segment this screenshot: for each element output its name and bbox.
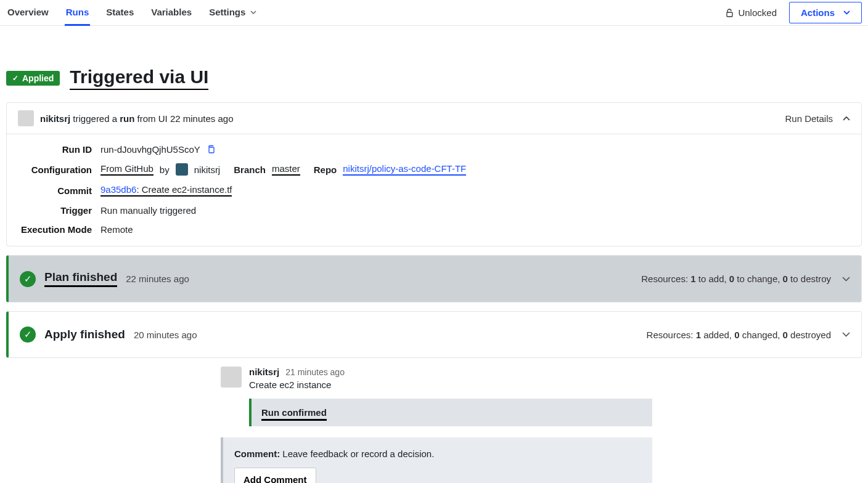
lock-status-text: Unlocked [738,7,777,18]
tab-states[interactable]: States [105,1,135,26]
run-confirmed-banner: Run confirmed [249,399,652,426]
run-details-label: Run Details [785,113,833,124]
comment-row: nikitsrj 21 minutes ago Create ec2 insta… [221,367,652,426]
title-row: ✓ Applied Triggered via UI [6,32,862,102]
apply-resources: Resources: 1 added, 0 changed, 0 destroy… [647,330,831,340]
execution-mode-value: Remote [100,224,133,235]
branch-label: Branch [234,164,266,175]
copy-icon[interactable] [207,145,216,154]
trigger-user: nikitsrj [40,113,70,124]
apply-stage-left: ✓ Apply finished 20 minutes ago [20,327,197,343]
chevron-up-icon [843,116,850,121]
run-details-toggle[interactable]: Run Details [785,113,850,124]
page: ✓ Applied Triggered via UI nikitsrj trig… [0,26,868,483]
run-confirmed-text: Run confirmed [261,407,327,421]
config-user: nikitsrj [194,164,221,175]
avatar [18,110,34,126]
kv-configuration: Configuration From GitHub by nikitsrj Br… [18,163,850,176]
chevron-down-icon[interactable] [842,332,850,337]
trigger-panel-head: nikitsrj triggered a run from UI 22 minu… [7,103,861,134]
kv-run-id: Run ID run-dJouvhgQjhU5ScoY [18,144,850,155]
chevron-down-icon [250,10,256,14]
trigger-panel: nikitsrj triggered a run from UI 22 minu… [6,102,862,246]
comment-user: nikitsrj [249,367,279,377]
tabs: Overview Runs States Variables Settings [6,0,258,25]
svg-rect-1 [209,147,214,153]
tab-settings[interactable]: Settings [208,1,258,26]
run-id-label: Run ID [18,144,92,155]
comment-box-label: Comment: Leave feedback or record a deci… [234,448,641,459]
config-by: by [160,164,170,175]
check-icon: ✓ [12,74,18,83]
run-id-value: run-dJouvhgQjhU5ScoY [100,144,200,155]
svg-rect-0 [727,12,732,17]
chevron-down-icon [843,10,850,15]
actions-label: Actions [801,7,835,18]
tab-runs[interactable]: Runs [65,1,91,26]
check-circle-icon: ✓ [20,271,36,287]
tab-variables[interactable]: Variables [150,1,193,26]
branch-value: master [272,163,300,176]
apply-stage[interactable]: ✓ Apply finished 20 minutes ago Resource… [6,311,862,358]
config-from: From GitHub [100,163,154,176]
comment-body: nikitsrj 21 minutes ago Create ec2 insta… [249,367,652,426]
avatar [221,367,242,388]
topbar-right: Unlocked Actions [725,2,862,23]
repo-label: Repo [314,164,337,175]
comment-time: 21 minutes ago [285,367,345,377]
page-title: Triggered via UI [70,67,208,90]
commit-message: : Create ec2-instance.tf [136,184,232,195]
add-comment-button[interactable]: Add Comment [234,468,316,483]
comment-area: nikitsrj 21 minutes ago Create ec2 insta… [221,367,652,483]
apply-time: 20 minutes ago [134,330,197,340]
configuration-label: Configuration [18,164,92,175]
trigger-label: Trigger [18,205,92,216]
tab-overview[interactable]: Overview [6,1,50,26]
status-badge: ✓ Applied [6,71,60,86]
trigger-value: Run manually triggered [100,205,196,216]
trigger-text: nikitsrj triggered a run from UI 22 minu… [40,113,233,124]
plan-resources: Resources: 1 to add, 0 to change, 0 to d… [641,274,831,284]
plan-stage[interactable]: ✓ Plan finished 22 minutes ago Resources… [6,255,862,302]
commit-sha-link[interactable]: 9a35db6 [100,184,136,195]
trigger-panel-body: Run ID run-dJouvhgQjhU5ScoY Configuratio… [7,134,861,246]
apply-stage-right: Resources: 1 added, 0 changed, 0 destroy… [647,330,850,340]
chevron-down-icon[interactable] [842,277,850,282]
repo-link[interactable]: nikitsrj/policy-as-code-CFT-TF [343,163,466,176]
plan-stage-right: Resources: 1 to add, 0 to change, 0 to d… [641,274,850,284]
kv-execution-mode: Execution Mode Remote [18,224,850,235]
tab-settings-label: Settings [209,7,245,17]
apply-title: Apply finished [44,328,125,341]
plan-title: Plan finished [44,270,117,287]
topbar: Overview Runs States Variables Settings … [0,0,868,26]
kv-commit: Commit 9a35db6: Create ec2-instance.tf [18,184,850,197]
unlock-icon [725,8,734,17]
lock-status: Unlocked [725,7,777,18]
execution-mode-label: Execution Mode [18,224,92,235]
commit-label: Commit [18,185,92,196]
trigger-summary: nikitsrj triggered a run from UI 22 minu… [18,110,233,126]
status-badge-text: Applied [22,73,54,83]
comment-text: Create ec2 instance [249,380,652,390]
comment-head: nikitsrj 21 minutes ago [249,367,652,377]
kv-trigger: Trigger Run manually triggered [18,205,850,216]
avatar [176,163,188,176]
actions-button[interactable]: Actions [789,2,862,23]
check-circle-icon: ✓ [20,327,36,343]
comment-box: Comment: Leave feedback or record a deci… [221,437,652,483]
plan-stage-left: ✓ Plan finished 22 minutes ago [20,270,189,287]
plan-time: 22 minutes ago [126,274,189,284]
